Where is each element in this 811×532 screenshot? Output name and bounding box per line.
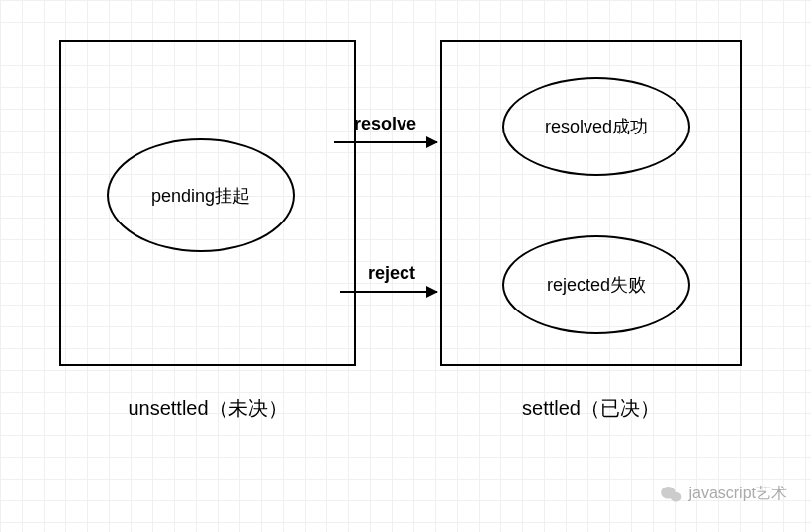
watermark-text: javascript艺术 [688, 484, 787, 504]
wechat-icon [661, 486, 682, 503]
watermark: javascript艺术 [661, 484, 787, 504]
resolved-state: resolved成功 [502, 77, 690, 176]
rejected-label: rejected失败 [547, 273, 646, 297]
unsettled-caption: unsettled（未决） [59, 396, 356, 422]
rejected-state: rejected失败 [502, 235, 690, 334]
resolve-arrow-label: resolve [354, 114, 416, 134]
reject-arrow: reject [340, 291, 437, 293]
resolved-label: resolved成功 [545, 115, 648, 138]
pending-state: pending挂起 [107, 138, 295, 252]
svg-point-1 [671, 491, 682, 501]
settled-caption: settled（已决） [440, 396, 742, 422]
resolve-arrow: resolve [334, 141, 437, 143]
pending-label: pending挂起 [151, 184, 250, 208]
reject-arrow-label: reject [368, 263, 415, 284]
